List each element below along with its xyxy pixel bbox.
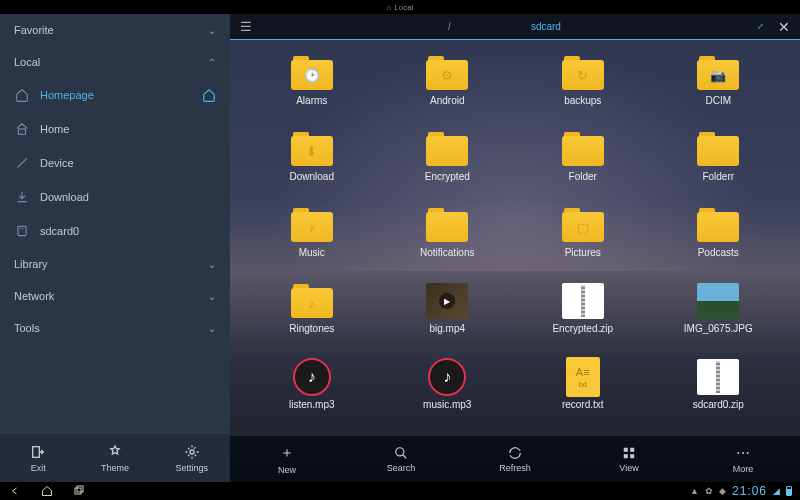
file-item[interactable]: 🕑Alarms	[254, 54, 370, 126]
sidebar-item-homepage[interactable]: Homepage	[0, 78, 230, 112]
settings-button[interactable]: Settings	[153, 434, 230, 482]
svg-rect-10	[77, 486, 83, 492]
folder-icon	[561, 130, 605, 168]
sidebar-section-library[interactable]: Library ⌄	[0, 248, 230, 280]
expand-icon[interactable]: ⤢	[757, 22, 764, 31]
exit-button[interactable]: Exit	[0, 434, 77, 482]
refresh-button[interactable]: Refresh	[458, 436, 572, 482]
file-item[interactable]: txtrecord.txt	[525, 358, 641, 430]
file-label: Encrypted	[425, 171, 470, 182]
more-button[interactable]: ⋯ More	[686, 436, 800, 482]
file-label: Pictures	[565, 247, 601, 258]
file-item[interactable]: Podcasts	[661, 206, 777, 278]
recent-apps-button[interactable]	[72, 485, 86, 497]
sidebar-item-label: Homepage	[40, 89, 94, 101]
menu-icon[interactable]: ☰	[240, 19, 252, 34]
sidebar-section-network[interactable]: Network ⌄	[0, 280, 230, 312]
status-tray[interactable]: ▲ ✿ ◆ 21:06 ◢	[690, 484, 792, 498]
file-item[interactable]: ▢Pictures	[525, 206, 641, 278]
svg-rect-0	[19, 129, 26, 134]
file-label: Encrypted.zip	[552, 323, 613, 334]
sdcard-icon	[14, 224, 30, 238]
file-item[interactable]: Folder	[525, 130, 641, 202]
home-button[interactable]	[40, 485, 54, 497]
file-item[interactable]: Encrypted	[390, 130, 506, 202]
sidebar-item-label: Download	[40, 191, 89, 203]
file-label: sdcard0.zip	[693, 399, 744, 410]
chevron-down-icon: ⌄	[208, 291, 216, 302]
breadcrumb-sdcard[interactable]: sdcard	[531, 21, 561, 32]
top-location-label: Local	[394, 3, 413, 12]
view-button[interactable]: View	[572, 436, 686, 482]
folder-icon: ♪	[290, 206, 334, 244]
theme-button[interactable]: Theme	[77, 434, 154, 482]
file-item[interactable]: Folderr	[661, 130, 777, 202]
file-label: Android	[430, 95, 464, 106]
sidebar-item-download[interactable]: Download	[0, 180, 230, 214]
battery-icon	[786, 486, 792, 496]
device-icon	[14, 156, 30, 170]
wifi-icon: ◢	[773, 486, 780, 496]
file-label: listen.mp3	[289, 399, 335, 410]
zip-icon	[561, 282, 605, 320]
sidebar-section-local[interactable]: Local ⌃	[0, 46, 230, 78]
file-label: Folder	[569, 171, 597, 182]
sidebar-section-tools[interactable]: Tools ⌄	[0, 312, 230, 344]
file-item[interactable]: ⚙Android	[390, 54, 506, 126]
sidebar-item-home[interactable]: Home	[0, 112, 230, 146]
breadcrumb-root[interactable]: /	[448, 21, 451, 32]
text-file-icon: txt	[561, 358, 605, 396]
sidebar-item-sdcard0[interactable]: sdcard0	[0, 214, 230, 248]
file-item[interactable]: sdcard0.zip	[661, 358, 777, 430]
exit-label: Exit	[31, 463, 46, 473]
file-label: Notifications	[420, 247, 474, 258]
audio-icon: ♪	[290, 358, 334, 396]
file-item[interactable]: 📷DCIM	[661, 54, 777, 126]
file-item[interactable]: ⬇Download	[254, 130, 370, 202]
sidebar-item-device[interactable]: Device	[0, 146, 230, 180]
svg-rect-7	[624, 454, 628, 458]
folder-icon: ▢	[561, 206, 605, 244]
file-item[interactable]: ♪listen.mp3	[254, 358, 370, 430]
search-label: Search	[387, 463, 416, 473]
sidebar-bottom-bar: Exit Theme Settings	[0, 434, 230, 482]
file-label: record.txt	[562, 399, 604, 410]
warning-icon: ▲	[690, 486, 699, 496]
file-grid: 🕑Alarms⚙Android↻backups📷DCIM⬇DownloadEnc…	[230, 40, 800, 436]
svg-rect-9	[75, 488, 81, 494]
file-label: Download	[290, 171, 334, 182]
clock: 21:06	[732, 484, 767, 498]
file-item[interactable]: Notifications	[390, 206, 506, 278]
svg-rect-1	[18, 226, 26, 235]
file-item[interactable]: IMG_0675.JPG	[661, 282, 777, 354]
app-icon: ✿	[705, 486, 713, 496]
sidebar-section-label: Network	[14, 290, 54, 302]
theme-icon	[107, 444, 123, 460]
folder-icon: 📷	[696, 54, 740, 92]
home-active-icon	[202, 88, 216, 102]
file-item[interactable]: ↻backups	[525, 54, 641, 126]
close-icon[interactable]: ✕	[778, 19, 790, 35]
file-label: Podcasts	[698, 247, 739, 258]
file-item[interactable]: ♪music.mp3	[390, 358, 506, 430]
file-item[interactable]: Encrypted.zip	[525, 282, 641, 354]
back-button[interactable]	[8, 485, 22, 497]
new-button[interactable]: ＋ New	[230, 436, 344, 482]
sidebar-item-label: Home	[40, 123, 69, 135]
main-content: ☰ / sdcard ⤢ ✕ 🕑Alarms⚙Android↻backups📷D…	[230, 14, 800, 482]
file-item[interactable]: ▶big.mp4	[390, 282, 506, 354]
search-button[interactable]: Search	[344, 436, 458, 482]
folder-icon	[696, 206, 740, 244]
file-item[interactable]: ♪Ringtones	[254, 282, 370, 354]
svg-rect-6	[630, 447, 634, 451]
file-label: Ringtones	[289, 323, 334, 334]
more-label: More	[733, 464, 754, 474]
file-label: music.mp3	[423, 399, 471, 410]
audio-icon: ♪	[425, 358, 469, 396]
home-outline-icon	[14, 88, 30, 102]
theme-label: Theme	[101, 463, 129, 473]
folder-icon	[425, 206, 469, 244]
sidebar-section-favorite[interactable]: Favorite ⌄	[0, 14, 230, 46]
svg-point-4	[396, 447, 404, 455]
file-item[interactable]: ♪Music	[254, 206, 370, 278]
